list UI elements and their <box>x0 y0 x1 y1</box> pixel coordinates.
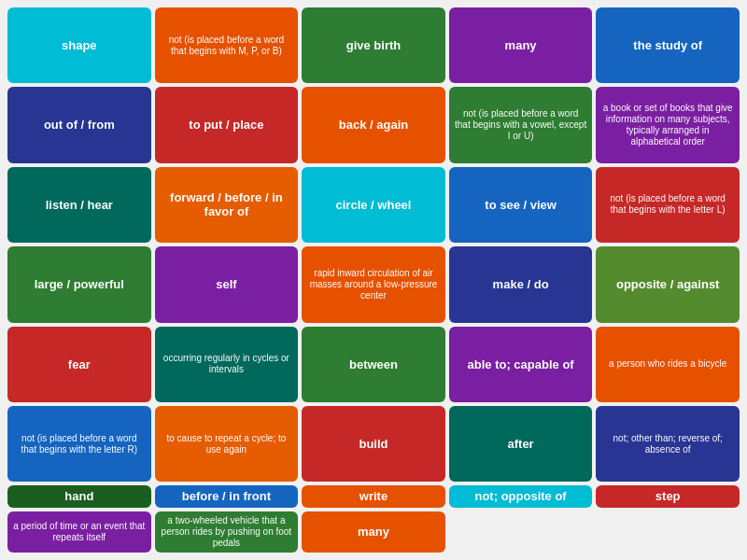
tiles-grid: shapenot (is placed before a word that b… <box>0 0 747 560</box>
tile-t34[interactable]: not; opposite of <box>449 485 593 508</box>
tile-t21[interactable]: fear <box>7 327 151 402</box>
tile-t7[interactable]: to put / place <box>155 87 299 162</box>
tile-t4[interactable]: many <box>449 7 593 83</box>
tile-t22[interactable]: occurring regularly in cycles or interva… <box>155 327 299 402</box>
tile-t25[interactable]: a person who rides a bicycle <box>596 327 740 402</box>
tile-t6[interactable]: out of / from <box>7 87 151 162</box>
tile-t17[interactable]: self <box>155 246 299 322</box>
tile-t37[interactable]: a two-wheeled vehicle that a person ride… <box>155 511 299 553</box>
tile-t15[interactable]: not (is placed before a word that begins… <box>596 167 740 243</box>
tile-t14[interactable]: to see / view <box>449 167 593 243</box>
tile-t2[interactable]: not (is placed before a word that begins… <box>155 7 299 83</box>
tile-t8[interactable]: back / again <box>302 87 445 162</box>
tile-t1[interactable]: shape <box>7 7 151 83</box>
tile-t11[interactable]: listen / hear <box>7 167 151 243</box>
tile-t19[interactable]: make / do <box>449 246 593 322</box>
tile-t39[interactable] <box>449 511 593 553</box>
tile-t33[interactable]: write <box>302 485 445 508</box>
tile-t26[interactable]: not (is placed before a word that begins… <box>7 406 151 482</box>
tile-t36[interactable]: a period of time or an event that repeat… <box>7 511 151 553</box>
tile-t20[interactable]: opposite / against <box>596 246 740 322</box>
tile-t13[interactable]: circle / wheel <box>302 167 445 243</box>
tile-t31[interactable]: hand <box>7 485 151 508</box>
tile-t12[interactable]: forward / before / in favor of <box>155 167 299 243</box>
tile-t18[interactable]: rapid inward circulation of air masses a… <box>302 246 445 322</box>
tile-t5[interactable]: the study of <box>596 7 740 83</box>
tile-t24[interactable]: able to; capable of <box>449 327 593 402</box>
tile-t10[interactable]: a book or set of books that give informa… <box>596 87 740 162</box>
tile-t32[interactable]: before / in front <box>155 485 299 508</box>
tile-t23[interactable]: between <box>302 327 445 402</box>
tile-t35[interactable]: step <box>596 485 740 508</box>
tile-t40[interactable] <box>596 511 740 553</box>
tile-t29[interactable]: after <box>449 406 593 482</box>
tile-t27[interactable]: to cause to repeat a cycle; to use again <box>155 406 299 482</box>
tile-t3[interactable]: give birth <box>302 7 445 83</box>
tile-t38[interactable]: many <box>302 511 445 553</box>
tile-t30[interactable]: not; other than; reverse of; absence of <box>596 406 740 482</box>
tile-t9[interactable]: not (is placed before a word that begins… <box>449 87 593 162</box>
tile-t16[interactable]: large / powerful <box>7 246 151 322</box>
tile-t28[interactable]: build <box>302 406 445 482</box>
